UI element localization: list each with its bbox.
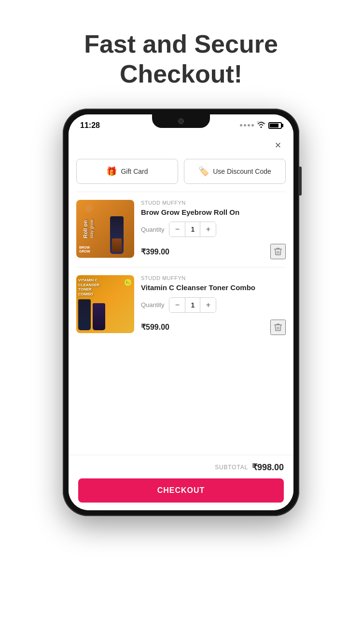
front-camera bbox=[178, 118, 184, 124]
product-2-image: VITAMIN CCLEANSERTONERCOMBO 🍋 bbox=[76, 275, 134, 333]
product-2-price: ₹599.00 bbox=[141, 322, 169, 332]
wifi-icon bbox=[257, 121, 265, 129]
battery-icon bbox=[268, 122, 282, 129]
phone-screen: 11:28 bbox=[69, 114, 293, 510]
product-2-brand: STUDD MUFFYN bbox=[141, 275, 286, 281]
subtotal-row: SUBTOTAL ₹998.00 bbox=[78, 462, 284, 473]
signal-icon bbox=[240, 124, 254, 126]
product-1-image: Roll onstay grow BROWGROW bbox=[76, 200, 134, 258]
bottom-section: SUBTOTAL ₹998.00 CHECKOUT bbox=[69, 455, 293, 510]
product-1-name: Brow Grow Eyebrow Roll On bbox=[141, 208, 286, 217]
subtotal-amount: ₹998.00 bbox=[252, 462, 284, 473]
close-row: × bbox=[76, 134, 286, 159]
page-title: Fast and Secure Checkout! bbox=[84, 29, 278, 89]
product-2-increase-button[interactable]: + bbox=[200, 298, 216, 312]
coupon-row: 🎁 Gift Card 🏷️ Use Discount Code bbox=[76, 159, 286, 184]
product-2-name: Vitamin C Cleanser Toner Combo bbox=[141, 283, 286, 293]
checkout-button[interactable]: CHECKOUT bbox=[78, 478, 284, 503]
subtotal-label: SUBTOTAL bbox=[215, 464, 248, 471]
product-2-decrease-button[interactable]: − bbox=[169, 298, 185, 312]
product-2-quantity-controls: − 1 + bbox=[169, 297, 216, 313]
product-2-quantity-row: Quantity − 1 + bbox=[141, 297, 286, 313]
product-1-increase-button[interactable]: + bbox=[200, 222, 216, 237]
cart-item-1: Roll onstay grow BROWGROW bbox=[76, 192, 286, 267]
product-1-price-row: ₹399.00 bbox=[141, 244, 286, 259]
phone-mockup: 11:28 bbox=[63, 109, 299, 516]
cart-item-2: VITAMIN CCLEANSERTONERCOMBO 🍋 bbox=[76, 267, 286, 343]
page-header: Fast and Secure Checkout! bbox=[55, 0, 307, 109]
product-2-quantity-value: 1 bbox=[185, 298, 200, 312]
discount-code-button[interactable]: 🏷️ Use Discount Code bbox=[184, 159, 286, 184]
product-1-quantity-row: Quantity − 1 + bbox=[141, 222, 286, 237]
product-1-details: STUDD MUFFYN Brow Grow Eyebrow Roll On Q… bbox=[141, 200, 286, 260]
product-2-price-row: ₹599.00 bbox=[141, 320, 286, 335]
svg-point-0 bbox=[85, 205, 93, 212]
app-content: × 🎁 Gift Card 🏷️ Use Discount Code bbox=[69, 134, 293, 343]
product-1-price: ₹399.00 bbox=[141, 247, 169, 256]
product-2-details: STUDD MUFFYN Vitamin C Cleanser Toner Co… bbox=[141, 275, 286, 335]
product-2-quantity-label: Quantity bbox=[141, 301, 164, 308]
product-1-brand: STUDD MUFFYN bbox=[141, 200, 286, 206]
product-2-delete-button[interactable] bbox=[270, 320, 286, 335]
product-1-decrease-button[interactable]: − bbox=[169, 222, 185, 237]
phone-notch bbox=[152, 114, 210, 128]
phone-frame: 11:28 bbox=[63, 109, 299, 516]
product-1-quantity-controls: − 1 + bbox=[169, 222, 216, 237]
gift-card-icon: 🎁 bbox=[106, 166, 117, 177]
side-button bbox=[299, 167, 302, 196]
close-button[interactable]: × bbox=[270, 138, 286, 153]
product-1-quantity-label: Quantity bbox=[141, 226, 164, 233]
discount-icon: 🏷️ bbox=[198, 166, 209, 177]
status-icons bbox=[240, 121, 282, 129]
status-time: 11:28 bbox=[80, 121, 100, 130]
gift-card-button[interactable]: 🎁 Gift Card bbox=[76, 159, 178, 184]
product-1-delete-button[interactable] bbox=[270, 244, 286, 259]
product-1-quantity-value: 1 bbox=[185, 222, 200, 237]
